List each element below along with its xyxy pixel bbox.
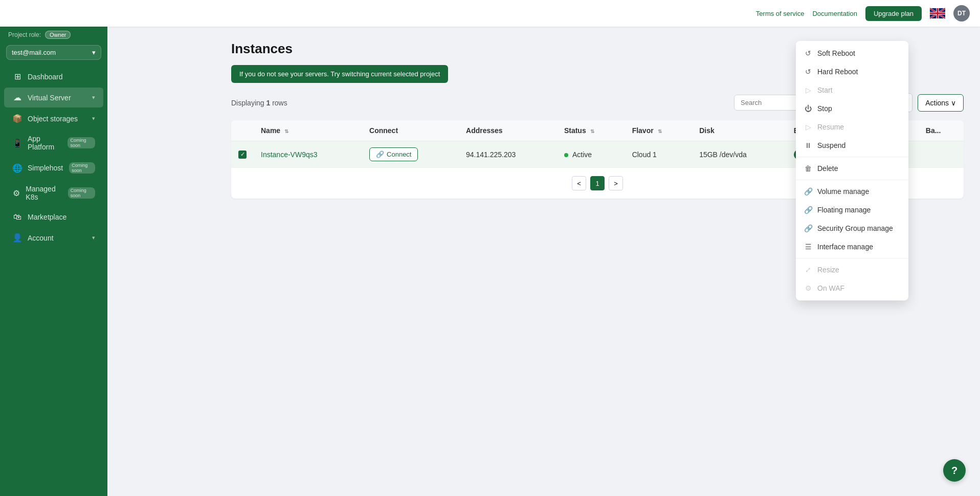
dropdown-item-suspend[interactable]: ⏸ Suspend bbox=[796, 136, 908, 155]
sidebar-item-managed-k8s[interactable]: ⚙ Managed K8s Coming soon bbox=[4, 180, 103, 206]
managed-k8s-icon: ⚙ bbox=[12, 188, 20, 198]
project-selector[interactable]: test@mail.com ▾ bbox=[6, 45, 101, 60]
row-connect-cell: 🔗 Connect bbox=[362, 141, 459, 168]
actions-dropdown: ↺ Soft Reboot ↺ Hard Reboot ▷ Start ⏻ St… bbox=[796, 41, 908, 300]
row-ba-cell bbox=[919, 141, 964, 168]
displaying-count: Displaying 1 rows bbox=[231, 99, 287, 107]
hard-reboot-icon: ↺ bbox=[804, 68, 812, 76]
chevron-down-icon: ▾ bbox=[92, 94, 95, 101]
dropdown-item-interface-manage[interactable]: ☰ Interface manage bbox=[796, 238, 908, 256]
resize-icon: ⤢ bbox=[804, 266, 812, 274]
floating-manage-icon: 🔗 bbox=[804, 206, 812, 214]
simplehost-coming-soon: Coming soon bbox=[69, 162, 95, 174]
actions-button[interactable]: Actions ∨ bbox=[918, 94, 964, 112]
avatar[interactable]: DT bbox=[953, 5, 970, 21]
volume-manage-icon: 🔗 bbox=[804, 187, 812, 196]
project-role: Project role: Owner bbox=[0, 29, 107, 43]
connect-icon: 🔗 bbox=[376, 150, 384, 158]
row-disk-cell: 15GB /dev/vda bbox=[692, 141, 787, 168]
dropdown-item-soft-reboot[interactable]: ↺ Soft Reboot bbox=[796, 44, 908, 62]
addresses-header: Addresses bbox=[459, 120, 557, 141]
interface-manage-icon: ☰ bbox=[804, 243, 812, 251]
row-name-cell: Instance-VW9qs3 bbox=[254, 141, 362, 168]
dashboard-icon: ⊞ bbox=[12, 72, 23, 81]
sidebar-item-virtual-server[interactable]: ☁ Virtual Server ▾ bbox=[4, 88, 103, 107]
account-icon: 👤 bbox=[12, 233, 23, 243]
terms-link[interactable]: Terms of service bbox=[756, 10, 805, 17]
dropdown-item-resize: ⤢ Resize bbox=[796, 261, 908, 279]
marketplace-icon: 🛍 bbox=[12, 212, 23, 222]
row-status-cell: Active bbox=[557, 141, 625, 168]
suspend-icon: ⏸ bbox=[804, 141, 812, 149]
virtual-server-icon: ☁ bbox=[12, 93, 23, 102]
next-page-button[interactable]: > bbox=[609, 176, 623, 190]
flag-icon[interactable] bbox=[930, 8, 945, 19]
dropdown-divider-2 bbox=[796, 180, 908, 180]
dropdown-item-start: ▷ Start bbox=[796, 81, 908, 99]
row-checkbox-cell[interactable]: ✓ bbox=[231, 141, 254, 168]
help-button[interactable]: ? bbox=[943, 459, 966, 482]
sidebar-item-object-storages[interactable]: 📦 Object storages ▾ bbox=[4, 109, 103, 128]
top-header: Terms of service Documentation Upgrade p… bbox=[0, 0, 980, 27]
sort-icon-flavor: ⇅ bbox=[658, 128, 662, 134]
disk-header: Disk bbox=[692, 120, 787, 141]
app-platform-coming-soon: Coming soon bbox=[68, 137, 95, 148]
managed-k8s-coming-soon: Coming soon bbox=[68, 187, 95, 199]
delete-icon: 🗑 bbox=[804, 164, 812, 172]
dropdown-item-hard-reboot[interactable]: ↺ Hard Reboot bbox=[796, 62, 908, 81]
soft-reboot-icon: ↺ bbox=[804, 49, 812, 57]
sidebar-item-simplehost[interactable]: 🌐 Simplehost Coming soon bbox=[4, 157, 103, 179]
name-header[interactable]: Name ⇅ bbox=[254, 120, 362, 141]
dropdown-item-security-group-manage[interactable]: 🔗 Security Group manage bbox=[796, 219, 908, 238]
status-indicator bbox=[564, 153, 568, 157]
status-header[interactable]: Status ⇅ bbox=[557, 120, 625, 141]
dropdown-divider-1 bbox=[796, 157, 908, 157]
flavor-header[interactable]: Flavor ⇅ bbox=[625, 120, 693, 141]
resume-icon: ▷ bbox=[804, 123, 812, 131]
dropdown-divider-3 bbox=[796, 258, 908, 258]
dropdown-item-stop[interactable]: ⏻ Stop bbox=[796, 99, 908, 118]
sidebar-item-dashboard[interactable]: ⊞ Dashboard bbox=[4, 67, 103, 87]
simplehost-icon: 🌐 bbox=[12, 163, 23, 173]
instance-name-link[interactable]: Instance-VW9qs3 bbox=[261, 150, 318, 159]
dropdown-item-floating-manage[interactable]: 🔗 Floating manage bbox=[796, 201, 908, 219]
stop-icon: ⏻ bbox=[804, 104, 812, 113]
owner-badge: Owner bbox=[45, 31, 71, 39]
sidebar-item-account[interactable]: 👤 Account ▾ bbox=[4, 228, 103, 248]
row-checkbox[interactable]: ✓ bbox=[238, 150, 247, 159]
waf-icon: ⚙ bbox=[804, 284, 812, 292]
checkbox-header bbox=[231, 120, 254, 141]
sort-icon-status: ⇅ bbox=[590, 128, 594, 134]
current-page-button[interactable]: 1 bbox=[590, 176, 605, 190]
prev-page-button[interactable]: < bbox=[572, 176, 586, 190]
dropdown-item-delete[interactable]: 🗑 Delete bbox=[796, 159, 908, 178]
sort-icon-name: ⇅ bbox=[284, 128, 288, 134]
dropdown-item-volume-manage[interactable]: 🔗 Volume manage bbox=[796, 182, 908, 201]
chevron-down-icon-2: ▾ bbox=[92, 115, 95, 122]
chevron-down-icon-3: ▾ bbox=[92, 234, 95, 241]
object-storages-icon: 📦 bbox=[12, 114, 23, 123]
dropdown-item-resume: ▷ Resume bbox=[796, 118, 908, 136]
start-icon: ▷ bbox=[804, 86, 812, 94]
security-group-icon: 🔗 bbox=[804, 224, 812, 232]
docs-link[interactable]: Documentation bbox=[812, 10, 857, 17]
connect-button[interactable]: 🔗 Connect bbox=[369, 147, 418, 161]
app-platform-icon: 📱 bbox=[12, 138, 23, 148]
sidebar-item-marketplace[interactable]: 🛍 Marketplace bbox=[4, 207, 103, 227]
ba-header: Ba... bbox=[919, 120, 964, 141]
upgrade-button[interactable]: Upgrade plan bbox=[865, 6, 922, 21]
alert-banner: If you do not see your servers. Try swit… bbox=[231, 65, 448, 83]
dropdown-item-on-waf: ⚙ On WAF bbox=[796, 279, 908, 297]
connect-header: Connect bbox=[362, 120, 459, 141]
sidebar: TTC ◁ Project role: Owner test@mail.com … bbox=[0, 0, 107, 496]
sidebar-item-app-platform[interactable]: 📱 App Platform Coming soon bbox=[4, 130, 103, 156]
row-address-cell: 94.141.225.203 bbox=[459, 141, 557, 168]
row-flavor-cell: Cloud 1 bbox=[625, 141, 693, 168]
